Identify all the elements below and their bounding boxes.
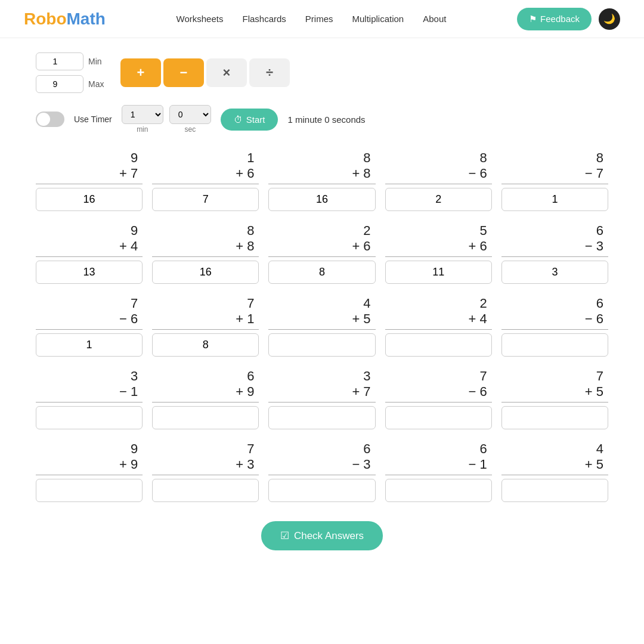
problem-operator: − 6 (451, 384, 487, 400)
check-answers-label: Check Answers (294, 530, 364, 542)
min-select[interactable]: 1 2 3 5 (122, 105, 163, 124)
answer-input[interactable] (268, 261, 375, 284)
problem-top-number: 6 (451, 441, 487, 457)
problem-top-number: 9 (102, 150, 138, 166)
sec-select[interactable]: 0 15 30 45 (169, 105, 211, 124)
answer-input[interactable] (152, 479, 259, 502)
problem-operator: + 9 (102, 457, 138, 472)
problem-operator: + 6 (335, 239, 371, 254)
problem-operator: − 6 (451, 166, 487, 181)
answer-input[interactable] (268, 406, 375, 429)
nav-about[interactable]: About (423, 14, 446, 24)
problem-operator: + 5 (568, 457, 603, 472)
feedback-icon: ⚑ (529, 14, 537, 24)
problem-top-number: 8 (335, 150, 371, 166)
answer-input[interactable] (501, 188, 608, 211)
problem-top-number: 7 (451, 369, 487, 384)
max-input[interactable] (36, 75, 83, 93)
nav-flashcards[interactable]: Flashcards (242, 14, 286, 24)
answer-input[interactable] (36, 188, 143, 211)
feedback-button[interactable]: ⚑ Feedback (517, 8, 592, 30)
answer-input[interactable] (385, 333, 492, 357)
min-input[interactable] (36, 52, 83, 70)
answer-input[interactable] (36, 333, 143, 357)
problem-top-number: 1 (218, 150, 254, 166)
logo-math: Math (67, 10, 106, 28)
answer-input[interactable] (501, 261, 608, 284)
problem-top-number: 7 (218, 296, 254, 311)
answer-input[interactable] (152, 406, 259, 429)
answer-input[interactable] (152, 261, 259, 284)
use-timer-toggle[interactable] (36, 112, 64, 127)
moon-icon: 🌙 (603, 13, 615, 24)
problem-top-number: 6 (568, 296, 603, 311)
problem-cell: 9+ 7 (36, 150, 143, 211)
logo: RoboMath (24, 10, 106, 29)
minus-operator-button[interactable]: − (163, 58, 204, 87)
problem-top-number: 6 (335, 441, 371, 457)
problem-top-number: 8 (218, 223, 254, 239)
problem-top-number: 3 (335, 369, 371, 384)
operator-buttons: + − × ÷ (120, 58, 290, 87)
problem-cell: 3− 1 (36, 369, 143, 429)
main-nav: Worksheets Flashcards Primes Multiplicat… (177, 14, 447, 24)
problem-operator: − 3 (335, 457, 371, 472)
problem-operator: + 7 (102, 166, 138, 181)
problem-cell: 6− 3 (268, 441, 375, 502)
answer-input[interactable] (501, 333, 608, 357)
problem-top-number: 9 (102, 441, 138, 457)
header-right: ⚑ Feedback 🌙 (517, 8, 620, 30)
answer-input[interactable] (268, 188, 375, 211)
divide-operator-button[interactable]: ÷ (249, 58, 290, 87)
problems-grid: 9+ 71+ 68+ 88− 68− 79+ 48+ 82+ 65+ 66− 3… (36, 150, 608, 502)
problem-top-number: 8 (568, 150, 603, 166)
answer-input[interactable] (36, 406, 143, 429)
answer-input[interactable] (268, 479, 375, 502)
problem-cell: 2+ 4 (385, 296, 492, 357)
multiply-operator-button[interactable]: × (206, 58, 247, 87)
problem-top-number: 7 (102, 296, 138, 311)
problem-top-number: 6 (218, 369, 254, 384)
problem-cell: 5+ 6 (385, 223, 492, 284)
start-button[interactable]: ⏱ Start (221, 109, 278, 131)
problem-operator: + 5 (335, 311, 371, 327)
timer-display: 1 minute 0 seconds (287, 114, 365, 125)
dark-mode-toggle[interactable]: 🌙 (599, 8, 620, 30)
answer-input[interactable] (501, 479, 608, 502)
start-label: Start (246, 114, 265, 125)
answer-input[interactable] (268, 333, 375, 357)
problem-cell: 3+ 7 (268, 369, 375, 429)
check-answers-button[interactable]: ☑ Check Answers (261, 521, 383, 550)
nav-multiplication[interactable]: Multiplication (352, 14, 404, 24)
problem-cell: 9+ 4 (36, 223, 143, 284)
problem-operator: + 1 (218, 311, 254, 327)
problem-cell: 1+ 6 (152, 150, 259, 211)
answer-input[interactable] (36, 479, 143, 502)
problem-operator: + 3 (218, 457, 254, 472)
problem-cell: 6− 6 (501, 296, 608, 357)
answer-input[interactable] (385, 261, 492, 284)
answer-input[interactable] (152, 188, 259, 211)
nav-worksheets[interactable]: Worksheets (177, 14, 224, 24)
answer-input[interactable] (385, 479, 492, 502)
answer-input[interactable] (36, 261, 143, 284)
answer-input[interactable] (385, 406, 492, 429)
problem-operator: + 8 (335, 166, 371, 181)
check-row: ☑ Check Answers (36, 521, 608, 550)
problem-cell: 4+ 5 (268, 296, 375, 357)
nav-primes[interactable]: Primes (305, 14, 333, 24)
min-row: Min (36, 52, 106, 70)
timer-row: Use Timer 1 2 3 5 min 0 15 30 45 sec (36, 105, 608, 134)
plus-operator-button[interactable]: + (120, 58, 161, 87)
problem-top-number: 2 (335, 223, 371, 239)
answer-input[interactable] (152, 333, 259, 357)
problem-top-number: 2 (451, 296, 487, 311)
logo-robo: Robo (24, 10, 67, 28)
problem-operator: + 7 (335, 384, 371, 400)
problem-top-number: 3 (102, 369, 138, 384)
min-select-wrap: 1 2 3 5 min (122, 105, 163, 134)
answer-input[interactable] (385, 188, 492, 211)
problem-operator: − 6 (568, 311, 603, 327)
answer-input[interactable] (501, 406, 608, 429)
problem-cell: 7+ 3 (152, 441, 259, 502)
